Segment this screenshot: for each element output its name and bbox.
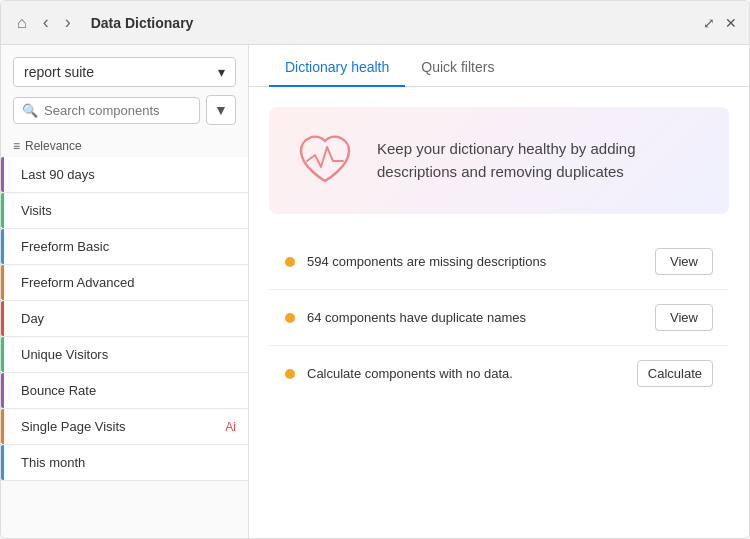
list-item[interactable]: This month xyxy=(1,445,248,481)
item-color-bar xyxy=(1,301,4,336)
list-item-label: Last 90 days xyxy=(13,167,236,182)
health-item-text: Calculate components with no data. xyxy=(307,366,637,381)
health-item-text: 64 components have duplicate names xyxy=(307,310,655,325)
health-banner-text: Keep your dictionary healthy by adding d… xyxy=(377,138,705,183)
window-title: Data Dictionary xyxy=(91,15,194,31)
sidebar-list: Last 90 days Visits Freeform Basic Freef… xyxy=(1,157,248,538)
tabs-bar: Dictionary healthQuick filters xyxy=(249,45,749,87)
sort-icon: ≡ xyxy=(13,139,20,153)
list-item[interactable]: Last 90 days xyxy=(1,157,248,193)
list-item-label: Unique Visitors xyxy=(13,347,236,362)
health-item: 64 components have duplicate names View xyxy=(269,290,729,346)
relevance-label: ≡ Relevance xyxy=(1,133,248,157)
right-panel: Dictionary healthQuick filters Keep your… xyxy=(249,45,749,538)
home-icon[interactable]: ⌂ xyxy=(13,12,31,34)
list-item[interactable]: Freeform Advanced xyxy=(1,265,248,301)
filter-icon: ▼ xyxy=(214,102,228,118)
health-item: 594 components are missing descriptions … xyxy=(269,234,729,290)
main-content: report suite ▾ 🔍 ▼ ≡ Relevance xyxy=(1,45,749,538)
item-color-bar xyxy=(1,193,4,228)
adobe-icon: Ai xyxy=(225,420,236,434)
report-suite-dropdown[interactable]: report suite ▾ xyxy=(13,57,236,87)
health-icon xyxy=(293,127,357,194)
list-item-label: Freeform Advanced xyxy=(13,275,236,290)
dropdown-chevron-icon: ▾ xyxy=(218,64,225,80)
list-item-label: Single Page Visits xyxy=(13,419,225,434)
view-button[interactable]: View xyxy=(655,304,713,331)
report-suite-label: report suite xyxy=(24,64,94,80)
panel-body: Keep your dictionary healthy by adding d… xyxy=(249,87,749,538)
forward-icon[interactable]: › xyxy=(61,10,75,35)
filter-button[interactable]: ▼ xyxy=(206,95,236,125)
list-item-label: Bounce Rate xyxy=(13,383,236,398)
tab-quick-filters[interactable]: Quick filters xyxy=(405,45,510,87)
list-item-label: Day xyxy=(13,311,236,326)
sidebar: report suite ▾ 🔍 ▼ ≡ Relevance xyxy=(1,45,249,538)
close-icon[interactable]: ✕ xyxy=(725,15,737,31)
list-item-label: Visits xyxy=(13,203,236,218)
item-color-bar xyxy=(1,157,4,192)
view-button[interactable]: View xyxy=(655,248,713,275)
item-color-bar xyxy=(1,445,4,480)
search-icon: 🔍 xyxy=(22,103,38,118)
item-color-bar xyxy=(1,409,4,444)
title-bar-left: ⌂ ‹ › Data Dictionary xyxy=(13,10,193,35)
title-bar: ⌂ ‹ › Data Dictionary ⤢ ✕ xyxy=(1,1,749,45)
app-window: ⌂ ‹ › Data Dictionary ⤢ ✕ report suite ▾ xyxy=(0,0,750,539)
item-color-bar xyxy=(1,229,4,264)
back-icon[interactable]: ‹ xyxy=(39,10,53,35)
status-dot xyxy=(285,257,295,267)
list-item[interactable]: Visits xyxy=(1,193,248,229)
list-item-label: This month xyxy=(13,455,236,470)
list-item[interactable]: Single Page Visits Ai xyxy=(1,409,248,445)
item-color-bar xyxy=(1,265,4,300)
list-item[interactable]: Freeform Basic xyxy=(1,229,248,265)
title-bar-right: ⤢ ✕ xyxy=(703,15,737,31)
list-item[interactable]: Unique Visitors xyxy=(1,337,248,373)
health-banner: Keep your dictionary healthy by adding d… xyxy=(269,107,729,214)
tab-dictionary-health[interactable]: Dictionary health xyxy=(269,45,405,87)
list-item[interactable]: Bounce Rate xyxy=(1,373,248,409)
health-item: Calculate components with no data. Calcu… xyxy=(269,346,729,401)
health-items-list: 594 components are missing descriptions … xyxy=(269,234,729,401)
search-row: 🔍 ▼ xyxy=(13,95,236,125)
sidebar-controls: report suite ▾ 🔍 ▼ xyxy=(1,45,248,133)
health-item-text: 594 components are missing descriptions xyxy=(307,254,655,269)
item-color-bar xyxy=(1,373,4,408)
search-input-wrap: 🔍 xyxy=(13,97,200,124)
list-item-label: Freeform Basic xyxy=(13,239,236,254)
list-item[interactable]: Day xyxy=(1,301,248,337)
status-dot xyxy=(285,369,295,379)
resize-icon[interactable]: ⤢ xyxy=(703,15,715,31)
search-input[interactable] xyxy=(44,103,191,118)
status-dot xyxy=(285,313,295,323)
item-color-bar xyxy=(1,337,4,372)
calculate-button[interactable]: Calculate xyxy=(637,360,713,387)
